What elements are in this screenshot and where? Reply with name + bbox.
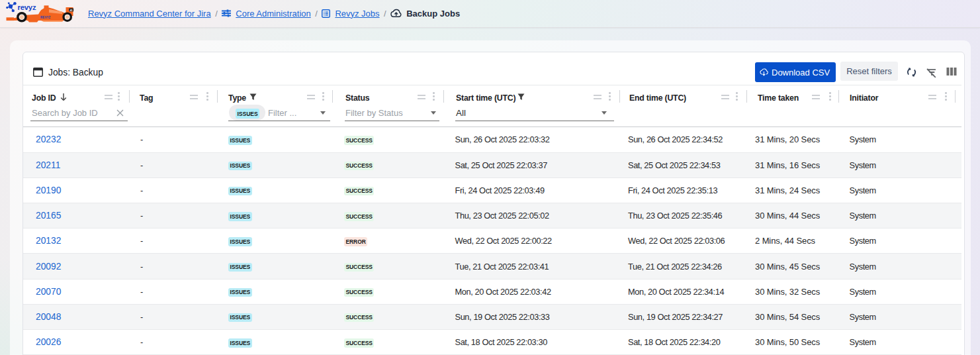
svg-text:REVYZ: REVYZ [40,16,51,19]
svg-text:revyz: revyz [18,3,36,11]
svg-text:45: 45 [70,9,73,12]
